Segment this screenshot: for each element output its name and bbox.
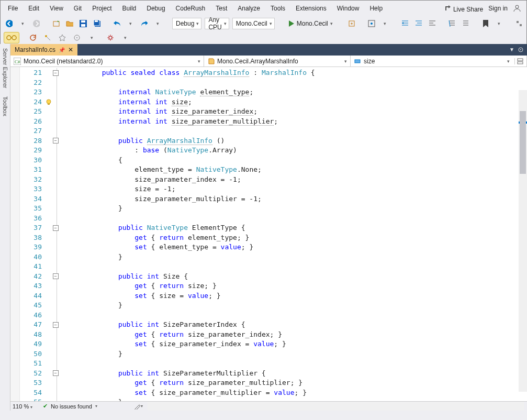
toolbar-btn-b[interactable] [366, 18, 377, 29]
play-icon [288, 20, 295, 27]
nav-back-button[interactable] [4, 18, 14, 29]
startup-combo[interactable]: Mono.Cecil▾ [232, 18, 275, 29]
fold-toggle[interactable]: − [53, 70, 59, 76]
glasses-button[interactable] [4, 32, 19, 43]
menu-help[interactable]: Help [364, 2, 388, 15]
toolbar-btn-c[interactable] [514, 18, 524, 29]
toolbar-btn-a[interactable] [346, 18, 357, 29]
cr-btn-a[interactable] [42, 32, 53, 43]
side-tab-server-explorer[interactable]: Server Explorer [0, 44, 10, 92]
main-toolbar: ▾ ▾ ▾ Debug▾ Any CPU▾ Mono.Cecil▾ Mono.C… [1, 16, 526, 31]
nav-class-label: Mono.Cecil.ArrayMarshalInfo [217, 58, 298, 65]
tabwell-dropdown[interactable]: ▼ [509, 47, 514, 53]
redo-chev[interactable]: ▾ [152, 18, 163, 29]
menu-file[interactable]: File [3, 2, 23, 15]
zoom-combo[interactable]: 110 % ▾ [10, 403, 39, 410]
cr-btn-c[interactable] [72, 32, 82, 43]
document-tab-well: MarshalInfo.cs 📌 ✕ ▼ [10, 44, 527, 56]
fold-toggle[interactable]: − [53, 273, 59, 279]
breakpoint-gutter[interactable] [10, 67, 20, 401]
save-button[interactable] [78, 18, 88, 29]
gear-chev[interactable]: ▾ [120, 32, 130, 43]
undo-chev[interactable]: ▾ [125, 18, 136, 29]
comment-button[interactable] [447, 18, 457, 29]
platform-label: Any CPU [208, 16, 221, 31]
check-icon: ✔ [43, 403, 48, 410]
sign-in-button[interactable]: Sign in [488, 5, 508, 12]
menu-tools[interactable]: Tools [265, 2, 290, 15]
nav-class[interactable]: Mono.Cecil.ArrayMarshalInfo▾ [204, 56, 351, 67]
menu-test[interactable]: Test [210, 2, 232, 15]
indent-less-button[interactable] [400, 18, 410, 29]
fold-toggle[interactable]: − [53, 138, 59, 143]
issues-status[interactable]: ✔ No issues found ▾ [39, 403, 102, 410]
live-share-button[interactable]: Live Share [443, 4, 484, 13]
status-bar [0, 411, 527, 420]
platform-combo[interactable]: Any CPU▾ [205, 18, 229, 29]
start-button[interactable]: Mono.Cecil ▾ [284, 18, 337, 29]
svg-point-22 [520, 49, 521, 50]
menu-analyze[interactable]: Analyze [232, 2, 265, 15]
config-combo[interactable]: Debug▾ [172, 18, 201, 29]
fold-toggle[interactable]: − [53, 322, 59, 328]
svg-rect-5 [81, 20, 85, 23]
coderush-toolbar: ▾ ▾ [1, 31, 526, 45]
menu-project[interactable]: Project [87, 2, 117, 15]
line-number-gutter: 2122232425262728293031323334353637383940… [20, 67, 45, 401]
code-editor[interactable]: 2122232425262728293031323334353637383940… [10, 67, 527, 401]
csharp-icon: C# [14, 58, 21, 65]
bookmark-button[interactable] [480, 18, 491, 29]
menu-extensions[interactable]: Extensions [290, 2, 332, 15]
menu-coderush[interactable]: CodeRush [171, 2, 211, 15]
menu-window[interactable]: Window [332, 2, 365, 15]
document-tab[interactable]: MarshalInfo.cs 📌 ✕ [10, 44, 77, 56]
config-label: Debug [176, 20, 194, 27]
nav-member[interactable]: size▾ [351, 56, 527, 67]
outline-gutter[interactable]: −−−−−− [45, 67, 66, 401]
cr-btn-b[interactable] [57, 32, 68, 43]
fold-toggle[interactable]: − [53, 370, 59, 376]
save-all-button[interactable] [92, 18, 102, 29]
side-tab-toolbox[interactable]: Toolbox [0, 92, 10, 120]
run-label: Mono.Cecil [297, 20, 328, 27]
code-text[interactable]: public sealed class ArrayMarshalInfo : M… [66, 67, 527, 401]
uncomment-button[interactable] [461, 18, 471, 29]
menu-view[interactable]: View [44, 2, 69, 15]
live-share-label: Live Share [453, 6, 483, 13]
redo-button[interactable] [139, 18, 149, 29]
svg-rect-27 [518, 62, 523, 64]
nav-fwd-button [31, 18, 41, 29]
nav-back-chev[interactable]: ▾ [17, 18, 28, 29]
menu-build[interactable]: Build [117, 2, 142, 15]
scroll-thumb[interactable] [520, 111, 526, 174]
menu-debug[interactable]: Debug [141, 2, 170, 15]
user-icon[interactable] [513, 4, 521, 13]
close-icon[interactable]: ✕ [68, 46, 73, 53]
refresh-button[interactable] [28, 32, 38, 43]
svg-rect-9 [95, 20, 98, 22]
cr-chev[interactable]: ▾ [86, 32, 97, 43]
undo-button[interactable] [111, 18, 122, 29]
svg-point-16 [12, 36, 16, 40]
gear-button[interactable] [105, 32, 116, 43]
split-icon[interactable] [514, 58, 523, 64]
menu-git[interactable]: Git [69, 2, 87, 15]
indent-more-button[interactable] [413, 18, 424, 29]
nav-project[interactable]: C# Mono.Cecil (netstandard2.0)▾ [10, 56, 204, 67]
new-project-button[interactable] [51, 18, 61, 29]
tabwell-options[interactable] [518, 47, 524, 53]
fold-toggle[interactable]: − [53, 225, 59, 231]
pin-icon[interactable]: 📌 [59, 47, 65, 53]
svg-point-12 [371, 23, 373, 25]
format-button[interactable] [427, 18, 438, 29]
horizontal-scrollbar[interactable] [148, 402, 524, 411]
bookmark-chev[interactable]: ▾ [494, 18, 504, 29]
svg-point-0 [515, 5, 519, 8]
svg-point-17 [45, 35, 47, 37]
live-share-icon [443, 4, 452, 12]
open-button[interactable] [64, 18, 75, 29]
toolbar-chev[interactable]: ▾ [380, 18, 390, 29]
vertical-scrollbar[interactable] [519, 90, 527, 392]
menu-bar: FileEditViewGitProjectBuildDebugCodeRush… [1, 1, 526, 16]
menu-edit[interactable]: Edit [23, 2, 44, 15]
